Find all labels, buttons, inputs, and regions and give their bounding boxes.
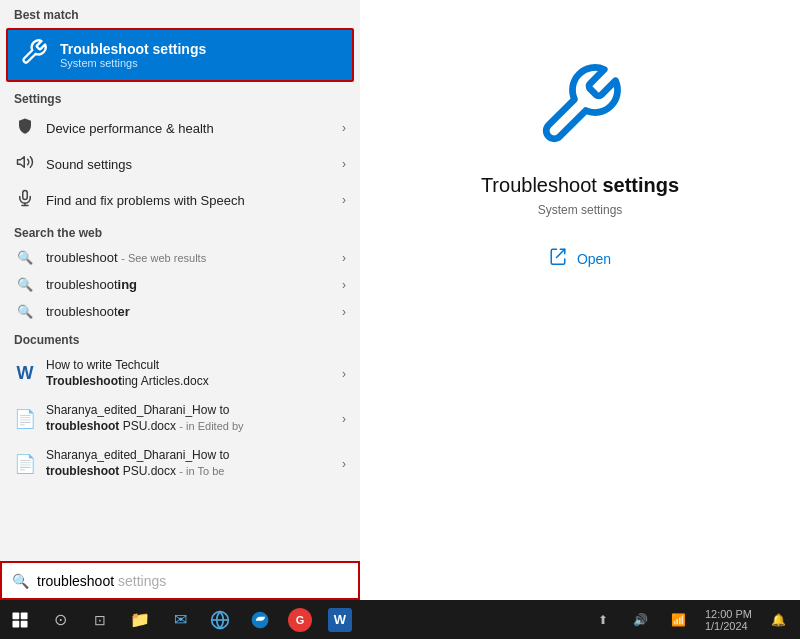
tray-icon-1[interactable]: 🔊 <box>623 600 659 639</box>
svg-rect-7 <box>21 620 28 627</box>
sound-icon <box>14 153 36 175</box>
speech-label: Find and fix problems with Speech <box>46 193 332 208</box>
best-match-label: Best match <box>0 0 360 26</box>
arrow-icon-4: › <box>342 278 346 292</box>
open-label: Open <box>577 251 611 267</box>
shield-icon <box>14 117 36 139</box>
web-troubleshooter-label: troubleshooter <box>46 304 332 319</box>
best-match-content: Troubleshoot settings System settings <box>60 41 206 69</box>
settings-label: Settings <box>0 84 360 110</box>
taskbar-taskview-button[interactable]: ⊡ <box>80 600 120 639</box>
doc-content-0: How to write Techcult Troubleshooting Ar… <box>46 358 332 389</box>
search-bar[interactable]: 🔍 troubleshoot settings <box>0 561 360 600</box>
arrow-icon-1: › <box>342 157 346 171</box>
word-doc-icon-0: W <box>14 363 36 384</box>
system-clock: 12:00 PM 1/1/2024 <box>699 608 758 632</box>
arrow-icon-5: › <box>342 305 346 319</box>
detail-icon <box>535 60 625 154</box>
svg-rect-6 <box>13 620 20 627</box>
best-match-title: Troubleshoot settings <box>60 41 206 57</box>
arrow-icon-2: › <box>342 193 346 207</box>
svg-marker-0 <box>18 157 25 168</box>
search-bar-icon: 🔍 <box>12 573 29 589</box>
notifications-button[interactable]: 🔔 <box>760 600 796 639</box>
taskbar-browser1-button[interactable] <box>200 600 240 639</box>
documents-label: Documents <box>0 325 360 351</box>
microphone-icon <box>14 189 36 211</box>
taskbar-mail-button[interactable]: ✉ <box>160 600 200 639</box>
arrow-icon-6: › <box>342 367 346 381</box>
arrow-icon-7: › <box>342 412 346 426</box>
search-typed-text: troubleshoot <box>37 573 114 589</box>
system-tray: ⬆ 🔊 📶 12:00 PM 1/1/2024 🔔 <box>585 600 800 639</box>
taskbar-edge-button[interactable] <box>240 600 280 639</box>
web-troubleshooting-label: troubleshooting <box>46 277 332 292</box>
arrow-icon-8: › <box>342 457 346 471</box>
taskbar-red-icon-button[interactable]: G <box>280 600 320 639</box>
search-bar-text: troubleshoot settings <box>37 573 166 589</box>
doc-item-1[interactable]: 📄 Sharanya_edited_Dharani_How to trouble… <box>0 396 360 441</box>
wrench-icon <box>20 38 48 72</box>
web-item-troubleshooter[interactable]: 🔍 troubleshooter › <box>0 298 360 325</box>
tray-icon-0[interactable]: ⬆ <box>585 600 621 639</box>
search-placeholder-text: settings <box>114 573 166 589</box>
doc-content-1: Sharanya_edited_Dharani_How to troublesh… <box>46 403 332 434</box>
best-match-subtitle: System settings <box>60 57 206 69</box>
arrow-icon-3: › <box>342 251 346 265</box>
open-icon <box>549 247 567 270</box>
detail-panel: Troubleshoot settings System settings Op… <box>360 0 800 600</box>
taskbar-fileexplorer-button[interactable]: 📁 <box>120 600 160 639</box>
doc-icon-2: 📄 <box>14 453 36 475</box>
doc-icon-1: 📄 <box>14 408 36 430</box>
doc-item-0[interactable]: W How to write Techcult Troubleshooting … <box>0 351 360 396</box>
svg-rect-4 <box>13 612 20 619</box>
search-results-panel: Best match Troubleshoot settings System … <box>0 0 360 600</box>
settings-item-speech[interactable]: Find and fix problems with Speech › <box>0 182 360 218</box>
web-troubleshoot-label: troubleshoot - See web results <box>46 250 332 265</box>
search-icon-2: 🔍 <box>14 304 36 319</box>
settings-item-sound[interactable]: Sound settings › <box>0 146 360 182</box>
web-item-troubleshooting[interactable]: 🔍 troubleshooting › <box>0 271 360 298</box>
detail-title: Troubleshoot settings <box>481 174 679 197</box>
search-web-label: Search the web <box>0 218 360 244</box>
best-match-item[interactable]: Troubleshoot settings System settings <box>6 28 354 82</box>
start-button[interactable] <box>0 600 40 639</box>
device-performance-label: Device performance & health <box>46 121 332 136</box>
doc-content-2: Sharanya_edited_Dharani_How to troublesh… <box>46 448 332 479</box>
web-item-troubleshoot[interactable]: 🔍 troubleshoot - See web results › <box>0 244 360 271</box>
detail-subtitle: System settings <box>538 203 623 217</box>
search-icon-1: 🔍 <box>14 277 36 292</box>
sound-settings-label: Sound settings <box>46 157 332 172</box>
settings-item-device[interactable]: Device performance & health › <box>0 110 360 146</box>
svg-rect-1 <box>23 191 28 200</box>
svg-rect-5 <box>21 612 28 619</box>
taskbar-search-button[interactable]: ⊙ <box>40 600 80 639</box>
doc-item-2[interactable]: 📄 Sharanya_edited_Dharani_How to trouble… <box>0 441 360 486</box>
taskbar-word-button[interactable]: W <box>320 600 360 639</box>
open-button[interactable]: Open <box>549 247 611 270</box>
taskbar: ⊙ ⊡ 📁 ✉ G W ⬆ 🔊 📶 12:00 PM 1/1/2024 <box>0 600 800 639</box>
arrow-icon-0: › <box>342 121 346 135</box>
tray-icon-2[interactable]: 📶 <box>661 600 697 639</box>
search-icon-0: 🔍 <box>14 250 36 265</box>
